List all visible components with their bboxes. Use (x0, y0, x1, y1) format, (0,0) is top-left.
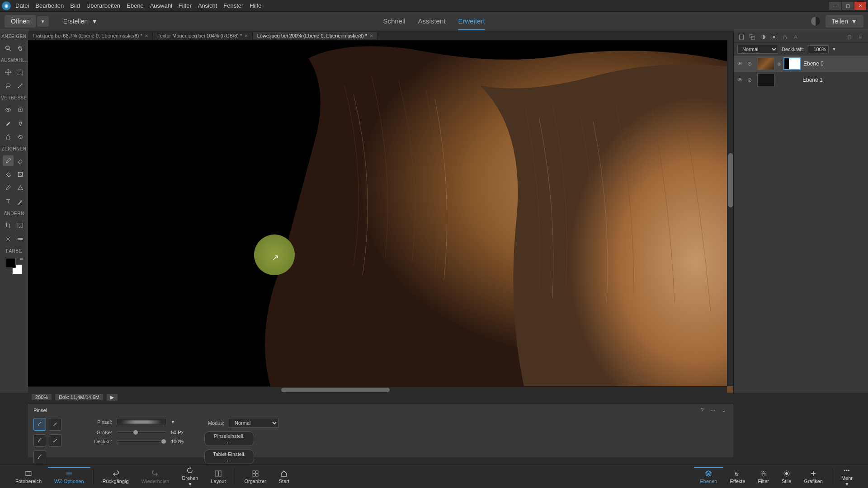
brush-variant-4[interactable] (49, 434, 61, 447)
more-button[interactable]: Mehr▼ (835, 465, 859, 488)
marquee-tool[interactable] (15, 67, 26, 78)
share-button[interactable]: Teilen▼ (826, 15, 863, 28)
undo-button[interactable]: Rückgängig (96, 468, 135, 486)
layers-tab-button[interactable]: Ebenen (694, 467, 724, 486)
organizer-button[interactable]: Organizer (238, 468, 272, 486)
hand-tool[interactable] (15, 43, 26, 54)
graphics-tab-button[interactable]: Grafiken (797, 468, 829, 486)
zoom-level[interactable]: 200% (32, 394, 52, 400)
opacity-input[interactable] (808, 45, 829, 53)
brush-settings-button[interactable]: Pinseleinstell. … (204, 432, 254, 446)
scroll-thumb[interactable] (281, 388, 390, 392)
horizontal-scrollbar[interactable] (28, 386, 727, 393)
mask-icon[interactable] (770, 33, 778, 41)
rotate-button[interactable]: Drehen▼ (175, 465, 204, 488)
menu-auswahl[interactable]: Auswahl (150, 2, 172, 9)
close-icon[interactable]: × (245, 33, 247, 38)
doc-tab-1[interactable]: Frau.jpeg bei 66,7% (Ebene 0, Ebenenmask… (28, 32, 153, 39)
mode-guided[interactable]: Assistent (418, 13, 446, 30)
menu-ebene[interactable]: Ebene (127, 2, 144, 9)
recompose-tool[interactable] (15, 220, 26, 231)
close-icon[interactable]: × (145, 33, 148, 38)
doc-tab-2[interactable]: Textur Mauer.jpeg bei 104% (RGB/8) * × (153, 32, 253, 39)
mask-link-icon[interactable]: ⊗ (777, 61, 781, 66)
brush-variant-5[interactable] (33, 450, 46, 463)
link-icon[interactable]: ⊘ (747, 77, 755, 83)
tablet-settings-button[interactable]: Tablet-Einstell. … (204, 450, 254, 464)
menu-hilfe[interactable]: Hilfe (250, 2, 261, 9)
menu-datei[interactable]: Datei (15, 2, 29, 9)
brush-preview[interactable] (117, 418, 166, 426)
canvas[interactable] (28, 40, 733, 393)
lock-icon[interactable] (781, 33, 789, 41)
filters-tab-button[interactable]: Filter (752, 468, 775, 486)
lasso-tool[interactable] (3, 80, 14, 91)
mode-quick[interactable]: Schnell (383, 13, 405, 30)
photo-bin-button[interactable]: Fotobereich (9, 468, 48, 486)
spot-heal-tool[interactable] (15, 104, 26, 115)
scroll-thumb[interactable] (728, 153, 733, 207)
foreground-color[interactable] (6, 258, 16, 268)
redo-button[interactable]: Wiederholen (135, 468, 176, 486)
brush-variant-3[interactable] (33, 434, 46, 447)
layer-group-icon[interactable] (748, 33, 756, 41)
type-tool[interactable] (3, 196, 14, 207)
doc-tab-3[interactable]: Löwe.jpeg bei 200% (Ebene 0, Ebenenmaske… (253, 32, 378, 39)
menu-filter[interactable]: Filter (179, 2, 192, 9)
tool-options-button[interactable]: WZ-Optionen (48, 467, 90, 486)
gradient-tool[interactable] (15, 169, 26, 180)
paint-bucket-tool[interactable] (3, 169, 14, 180)
brush-tool[interactable] (3, 155, 14, 166)
home-button[interactable]: Start (273, 468, 296, 486)
sponge-tool[interactable] (15, 131, 26, 142)
options-menu-icon[interactable]: ⋯ (709, 406, 717, 414)
open-dropdown[interactable]: ▼ (37, 16, 49, 27)
layer-name[interactable]: Ebene 0 (803, 61, 824, 67)
magic-wand-tool[interactable] (15, 80, 26, 91)
eraser-tool[interactable] (15, 155, 26, 166)
styles-tab-button[interactable]: Stile (775, 468, 797, 486)
brush-variant-2[interactable] (49, 418, 61, 431)
move-tool[interactable] (3, 67, 14, 78)
close-button[interactable]: ✕ (854, 2, 866, 10)
shape-tool[interactable] (15, 183, 26, 193)
help-icon[interactable]: ? (698, 406, 706, 414)
content-aware-tool[interactable] (3, 234, 14, 244)
new-layer-icon[interactable] (737, 33, 745, 41)
mode-expert[interactable]: Erweitert (458, 13, 485, 30)
layer-row-1[interactable]: 👁 ⊘ Ebene 1 (734, 72, 868, 88)
visibility-icon[interactable]: 👁 (737, 61, 745, 67)
effects-tab-button[interactable]: fxEffekte (723, 468, 751, 486)
theme-toggle-icon[interactable] (811, 17, 820, 26)
vertical-scrollbar[interactable] (727, 40, 733, 386)
close-icon[interactable]: × (370, 33, 373, 38)
adjustment-icon[interactable] (759, 33, 767, 41)
trash-icon[interactable] (845, 33, 854, 41)
status-arrow[interactable]: ▶ (107, 394, 118, 401)
layer-thumbnail[interactable] (757, 57, 774, 70)
blur-tool[interactable] (3, 131, 14, 142)
link-icon[interactable]: ⊘ (747, 61, 755, 67)
brush-variant-1[interactable] (33, 418, 46, 431)
menu-bild[interactable]: Bild (70, 2, 80, 9)
eye-tool[interactable] (3, 104, 14, 115)
dropdown-icon[interactable]: ▼ (171, 420, 175, 424)
menu-ueberarbeiten[interactable]: Überarbeiten (86, 2, 120, 9)
visibility-icon[interactable]: 👁 (737, 77, 745, 83)
collapse-icon[interactable]: ⌄ (720, 406, 728, 414)
panel-menu-icon[interactable]: ≡ (856, 33, 864, 41)
opacity-slider[interactable] (117, 441, 166, 442)
opacity-dropdown-icon[interactable]: ▼ (832, 47, 836, 52)
layer-thumbnail[interactable] (757, 74, 774, 86)
minimize-button[interactable]: — (829, 2, 841, 10)
create-button[interactable]: Erstellen▼ (58, 15, 103, 28)
menu-ansicht[interactable]: Ansicht (198, 2, 217, 9)
swap-colors-icon[interactable]: ⇄ (20, 257, 23, 261)
clone-stamp-tool[interactable] (15, 118, 26, 129)
opacity-value[interactable]: 100% (171, 439, 191, 444)
blend-mode-select[interactable]: Normal (737, 45, 778, 54)
maximize-button[interactable]: ▢ (842, 2, 854, 10)
pencil-tool[interactable] (15, 196, 26, 207)
fx-icon[interactable] (792, 33, 800, 41)
zoom-tool[interactable] (3, 43, 14, 54)
